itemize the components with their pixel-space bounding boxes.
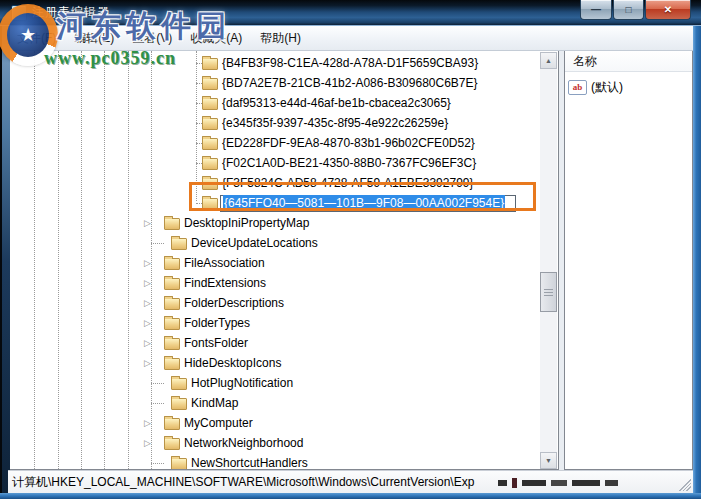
tree-item[interactable]: KindMap bbox=[9, 393, 543, 413]
tree-item-label: FolderDescriptions bbox=[184, 296, 284, 310]
tree-item[interactable]: {ED228FDF-9EA8-4870-83b1-96b02CFE0D52} bbox=[9, 133, 543, 153]
tree-item-label: DesktopIniPropertyMap bbox=[184, 216, 309, 230]
status-bar: 计算机\HKEY_LOCAL_MACHINE\SOFTWARE\Microsof… bbox=[8, 470, 693, 493]
tree-item[interactable]: ▷FileAssociation bbox=[9, 253, 543, 273]
folder-icon bbox=[202, 158, 218, 170]
maximize-button[interactable]: □ bbox=[613, 0, 644, 20]
folder-icon bbox=[171, 398, 187, 410]
tree-item-label: FileAssociation bbox=[184, 256, 265, 270]
tree-item-label: FontsFolder bbox=[184, 336, 248, 350]
tree-item-label: {B4FB3F98-C1EA-428d-A78A-D1F5659CBA93} bbox=[222, 56, 478, 70]
tree-item-label: {F02C1A0D-BE21-4350-88B0-7367FC96EF3C} bbox=[222, 156, 476, 170]
selected-key-path: 计算机\HKEY_LOCAL_MACHINE\SOFTWARE\Microsof… bbox=[12, 474, 474, 491]
window-border-bottom bbox=[0, 493, 701, 499]
tree-scrollbar[interactable]: ▲ ▼ bbox=[540, 52, 557, 469]
folder-icon bbox=[202, 178, 218, 190]
tree-item-label: DeviceUpdateLocations bbox=[191, 236, 318, 250]
tree-item-label: MyComputer bbox=[184, 416, 253, 430]
name-column-header[interactable]: 名称 bbox=[565, 51, 692, 72]
window-border-right bbox=[693, 25, 701, 499]
selected-text: {645FFO40—5081—101B—9F08—00AA002F954E} bbox=[223, 195, 505, 211]
tree-item-label: HotPlugNotification bbox=[191, 376, 293, 390]
folder-icon bbox=[164, 298, 180, 310]
tree-item-editing[interactable]: {645FFO40—5081—101B—9F08—00AA002F954E} bbox=[9, 193, 543, 213]
expand-arrow-icon[interactable]: ▷ bbox=[144, 353, 157, 373]
tree-item[interactable]: {BD7A2E7B-21CB-41b2-A086-B309680C6B7E} bbox=[9, 73, 543, 93]
tree-item[interactable]: ▷FolderTypes bbox=[9, 313, 543, 333]
scroll-up-icon[interactable]: ▲ bbox=[540, 52, 557, 69]
window-controls: — □ ✕ bbox=[579, 0, 691, 20]
expand-arrow-icon[interactable]: ▷ bbox=[144, 413, 157, 433]
expand-arrow-icon[interactable]: ▷ bbox=[144, 433, 157, 453]
tree-item[interactable]: NewShortcutHandlers bbox=[9, 453, 543, 470]
expand-arrow-icon[interactable]: ▷ bbox=[144, 273, 157, 293]
tree-rows: {B4FB3F98-C1EA-428d-A78A-D1F5659CBA93}{B… bbox=[9, 53, 543, 470]
tree-item-label: {F3F5824C-AD58-4728-AF59-A1EBE3392799} bbox=[222, 176, 474, 190]
value-name: (默认) bbox=[591, 79, 623, 96]
tree-item[interactable]: HotPlugNotification bbox=[9, 373, 543, 393]
watermark-url: www.pc0359.cn bbox=[44, 48, 176, 69]
scrollbar-thumb[interactable] bbox=[540, 272, 557, 312]
tree-item-label: {ED228FDF-9EA8-4870-83b1-96b02CFE0D52} bbox=[222, 136, 475, 150]
folder-icon bbox=[202, 58, 218, 70]
folder-icon bbox=[164, 358, 180, 370]
tree-item[interactable]: ▷FontsFolder bbox=[9, 333, 543, 353]
tree-item[interactable]: {e345f35f-9397-435c-8f95-4e922c26259e} bbox=[9, 113, 543, 133]
tree-item-label: {daf95313-e44d-46af-be1b-cbacea2c3065} bbox=[222, 96, 451, 110]
folder-icon bbox=[171, 378, 187, 390]
folder-icon bbox=[171, 238, 187, 250]
tree-item-label: {e345f35f-9397-435c-8f95-4e922c26259e} bbox=[222, 116, 448, 130]
folder-icon bbox=[202, 118, 218, 130]
folder-icon bbox=[164, 278, 180, 290]
expand-arrow-icon[interactable]: ▷ bbox=[144, 293, 157, 313]
folder-icon bbox=[171, 458, 187, 470]
folder-icon bbox=[164, 318, 180, 330]
menu-help[interactable]: 帮助(H) bbox=[251, 27, 310, 50]
window-border-left bbox=[0, 25, 10, 499]
folder-icon bbox=[164, 258, 180, 270]
reg-sz-icon: ab bbox=[568, 80, 587, 95]
minimize-button[interactable]: — bbox=[580, 0, 612, 20]
folder-icon bbox=[202, 198, 218, 210]
folder-icon bbox=[164, 338, 180, 350]
tree-item[interactable]: ▷DesktopIniPropertyMap bbox=[9, 213, 543, 233]
expand-arrow-icon[interactable]: ▷ bbox=[144, 213, 157, 233]
values-panel: 名称 ab (默认) bbox=[564, 50, 693, 470]
key-rename-input[interactable]: {645FFO40—5081—101B—9F08—00AA002F954E} bbox=[220, 195, 516, 212]
folder-icon bbox=[202, 78, 218, 90]
expand-arrow-icon[interactable]: ▷ bbox=[144, 313, 157, 333]
watermark-site-name: 河东软件园 bbox=[56, 6, 231, 47]
tree-item[interactable]: ▷HideDesktopIcons bbox=[9, 353, 543, 373]
tree-item[interactable]: ▷FindExtensions bbox=[9, 273, 543, 293]
tree-item[interactable]: DeviceUpdateLocations bbox=[9, 233, 543, 253]
tree-item[interactable]: {F3F5824C-AD58-4728-AF59-A1EBE3392799} bbox=[9, 173, 543, 193]
folder-icon bbox=[164, 438, 180, 450]
value-row[interactable]: ab (默认) bbox=[565, 78, 692, 96]
tree-connector bbox=[151, 383, 164, 384]
expand-arrow-icon[interactable]: ▷ bbox=[144, 253, 157, 273]
tree-item-label: HideDesktopIcons bbox=[184, 356, 281, 370]
tree-item[interactable]: {F02C1A0D-BE21-4350-88B0-7367FC96EF3C} bbox=[9, 153, 543, 173]
tree-item[interactable]: ▷NetworkNeighborhood bbox=[9, 433, 543, 453]
folder-icon bbox=[202, 98, 218, 110]
resize-grip[interactable] bbox=[678, 478, 691, 491]
tree-connector bbox=[151, 243, 164, 244]
tree-item-label: NetworkNeighborhood bbox=[184, 436, 303, 450]
tree-item-label: FolderTypes bbox=[184, 316, 250, 330]
tree-connector bbox=[151, 463, 164, 464]
expand-arrow-icon[interactable]: ▷ bbox=[144, 333, 157, 353]
watermark-star-icon: ★ bbox=[7, 13, 49, 57]
folder-icon bbox=[164, 418, 180, 430]
tree-item[interactable]: ▷FolderDescriptions bbox=[9, 293, 543, 313]
tree-item-label: NewShortcutHandlers bbox=[191, 456, 308, 470]
tree-item[interactable]: ▷MyComputer bbox=[9, 413, 543, 433]
tree-item-label: {BD7A2E7B-21CB-41b2-A086-B309680C6B7E} bbox=[222, 76, 478, 90]
folder-icon bbox=[202, 138, 218, 150]
tree-item-label: FindExtensions bbox=[184, 276, 266, 290]
tree-item-label: KindMap bbox=[191, 396, 238, 410]
folder-icon bbox=[164, 218, 180, 230]
garbled-artifact bbox=[498, 479, 618, 487]
close-button[interactable]: ✕ bbox=[645, 0, 691, 20]
scroll-down-icon[interactable]: ▼ bbox=[540, 452, 557, 469]
tree-item[interactable]: {daf95313-e44d-46af-be1b-cbacea2c3065} bbox=[9, 93, 543, 113]
